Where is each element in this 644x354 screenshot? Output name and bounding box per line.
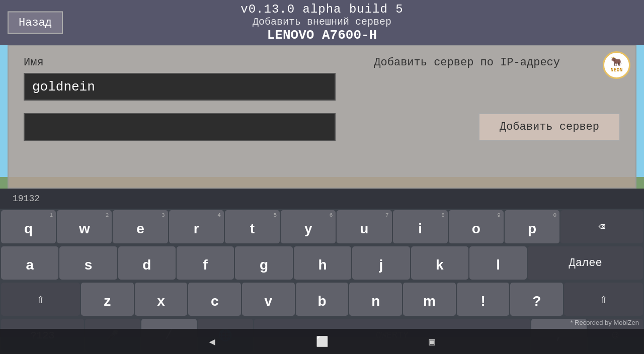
key-v[interactable]: v	[242, 283, 295, 316]
title-center: v0.13.0 alpha build 5 Добавить внешний с…	[240, 3, 403, 43]
back-button[interactable]: Назад	[8, 12, 63, 34]
version-label: v0.13.0 alpha build 5	[240, 3, 403, 16]
watermark: * Recorded by MobiZen	[570, 319, 639, 326]
key-q[interactable]: 1q	[1, 210, 56, 243]
next-key[interactable]: Далее	[528, 246, 643, 280]
key-p[interactable]: 0p	[505, 210, 559, 243]
suggest-bar: 19132	[0, 189, 644, 209]
ip-field-row: Добавить сервер	[24, 113, 620, 141]
key-a[interactable]: a	[1, 246, 58, 280]
key-b[interactable]: b	[296, 283, 349, 316]
key-j[interactable]: j	[352, 246, 410, 280]
keyboard-row-1: 1q 2w 3e 4r 5t 6y 7u 8i 9o 0p ⌫	[0, 209, 644, 245]
ip-input[interactable]	[24, 113, 336, 141]
nav-home-button[interactable]: ⬜	[316, 335, 329, 348]
nav-recent-button[interactable]: ▣	[429, 335, 435, 348]
keyboard-row-2: a s d f g h j k l Далее	[0, 245, 644, 281]
key-c[interactable]: c	[188, 283, 241, 316]
key-question[interactable]: ?	[510, 283, 563, 316]
key-i[interactable]: 8i	[393, 210, 448, 243]
key-m[interactable]: m	[403, 283, 456, 316]
key-h[interactable]: h	[294, 246, 351, 280]
key-o[interactable]: 9o	[449, 210, 504, 243]
title-bar: Назад v0.13.0 alpha build 5 Добавить вне…	[0, 0, 644, 45]
keyboard: 19132 1q 2w 3e 4r 5t 6y 7u 8i 9o 0p ⌫ a …	[0, 189, 644, 337]
shift-right-key[interactable]: ⇧	[564, 283, 643, 316]
key-z[interactable]: z	[81, 283, 134, 316]
key-k[interactable]: k	[411, 246, 468, 280]
neon-text: NEON	[610, 67, 622, 73]
key-f[interactable]: f	[177, 246, 234, 280]
keyboard-row-3: ⇧ z x c v b n m ! ? ⇧	[0, 281, 644, 317]
key-n[interactable]: n	[349, 283, 402, 316]
key-s[interactable]: s	[59, 246, 117, 280]
key-w[interactable]: 2w	[57, 210, 112, 243]
key-r[interactable]: 4r	[169, 210, 224, 243]
key-e[interactable]: 3e	[113, 210, 168, 243]
key-x[interactable]: x	[135, 283, 188, 316]
subtitle-label: Добавить внешний сервер	[240, 16, 403, 28]
content-area: Имя goldnein Добавить сервер по IP-адрес…	[8, 45, 636, 189]
key-exclaim[interactable]: !	[457, 283, 510, 316]
nav-back-button[interactable]: ◀	[209, 335, 215, 348]
neon-inner: 🐂 NEON	[610, 57, 622, 74]
add-server-button[interactable]: Добавить сервер	[478, 113, 620, 141]
nav-bar: ◀ ⬜ ▣	[0, 329, 644, 354]
suggest-word[interactable]: 19132	[5, 194, 47, 204]
neon-icon: 🐂	[610, 57, 622, 68]
backspace-key[interactable]: ⌫	[560, 210, 643, 243]
key-l[interactable]: l	[469, 246, 527, 280]
device-label: LENOVO A7600-H	[240, 28, 403, 43]
neon-badge: 🐂 NEON	[603, 51, 630, 79]
shift-left-key[interactable]: ⇧	[1, 283, 80, 316]
key-g[interactable]: g	[235, 246, 292, 280]
name-input[interactable]: goldnein	[24, 73, 336, 101]
ip-label: Добавить сервер по IP-адресу	[374, 56, 560, 69]
key-u[interactable]: 7u	[337, 210, 391, 243]
key-d[interactable]: d	[118, 246, 176, 280]
key-t[interactable]: 5t	[225, 210, 280, 243]
key-y[interactable]: 6y	[281, 210, 336, 243]
